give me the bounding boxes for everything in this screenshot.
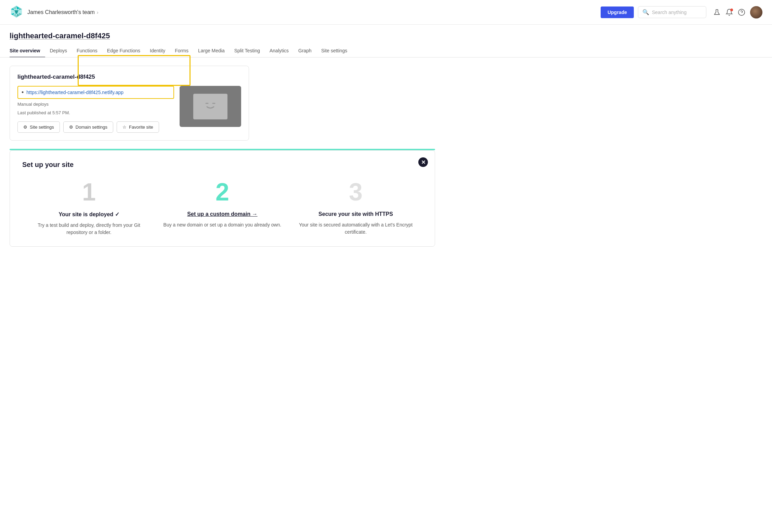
setup-step-1: 1 Your site is deployed ✓ Try a test bui… [22, 180, 156, 236]
netlify-logo[interactable] [10, 5, 23, 20]
setup-step-2: 2 Set up a custom domain → Buy a new dom… [156, 180, 289, 236]
flask-icon-button[interactable] [713, 9, 721, 16]
card-buttons: ⚙ Site settings ⚙ Domain settings ☆ Favo… [17, 121, 174, 133]
tab-split-testing[interactable]: Split Testing [230, 44, 265, 57]
gear-icon-2: ⚙ [69, 125, 73, 130]
tab-large-media[interactable]: Large Media [193, 44, 230, 57]
step-2-desc: Buy a new domain or set up a domain you … [163, 221, 282, 229]
tab-forms[interactable]: Forms [170, 44, 193, 57]
site-card-title: lighthearted-caramel-d8f425 [17, 74, 241, 80]
tab-edge-functions[interactable]: Edge Functions [102, 44, 145, 57]
step-1-title: Your site is deployed ✓ [58, 211, 119, 218]
header: James Charlesworth's team › Upgrade 🔍 Se… [0, 0, 772, 25]
site-title-area: lighthearted-caramel-d8f425 [0, 25, 772, 40]
star-icon: ☆ [122, 125, 127, 130]
tab-functions[interactable]: Functions [72, 44, 102, 57]
gear-icon: ⚙ [23, 125, 27, 130]
site-preview [180, 86, 241, 127]
main-content: lighthearted-caramel-d8f425 • https://li… [0, 57, 445, 255]
step-3-desc: Your site is secured automatically with … [296, 221, 416, 236]
site-settings-button[interactable]: ⚙ Site settings [17, 121, 60, 133]
site-url-row: • https://lighthearted-caramel-d8f425.ne… [17, 86, 174, 99]
setup-close-button[interactable]: ✕ [418, 157, 428, 167]
step-2-number: 2 [215, 180, 229, 204]
favorite-label: Favorite site [129, 125, 153, 130]
nav-tabs: Site overview Deploys Functions Edge Fun… [0, 44, 772, 57]
step-3-title: Secure your site with HTTPS [318, 211, 393, 217]
setup-card: Set up your site ✕ 1 Your site is deploy… [10, 150, 435, 247]
team-chevron-icon: › [97, 10, 99, 15]
step-3-number: 3 [349, 180, 363, 204]
search-icon: 🔍 [642, 9, 649, 15]
smiley-icon [202, 99, 219, 114]
step-1-number: 1 [82, 180, 96, 204]
avatar[interactable] [750, 6, 762, 18]
close-icon: ✕ [421, 159, 426, 166]
team-name[interactable]: James Charlesworth's team › [27, 9, 99, 15]
tab-identity[interactable]: Identity [145, 44, 170, 57]
tab-graph[interactable]: Graph [293, 44, 316, 57]
step-2-title: Set up a custom domain → [187, 211, 257, 217]
custom-domain-link[interactable]: Set up a custom domain → [187, 211, 257, 217]
site-card-info: • https://lighthearted-caramel-d8f425.ne… [17, 86, 174, 133]
setup-section: Set up your site ✕ 1 Your site is deploy… [10, 149, 435, 247]
setup-step-3: 3 Secure your site with HTTPS Your site … [289, 180, 422, 236]
site-url-link[interactable]: https://lighthearted-caramel-d8f425.netl… [26, 90, 123, 95]
notification-dot [730, 9, 733, 11]
upgrade-button[interactable]: Upgrade [601, 7, 634, 18]
yellow-selection-box [78, 55, 191, 86]
domain-settings-label: Domain settings [76, 125, 107, 130]
tab-site-settings[interactable]: Site settings [316, 44, 352, 57]
tab-analytics[interactable]: Analytics [265, 44, 293, 57]
url-bullet: • [22, 89, 24, 95]
preview-inner [193, 94, 227, 119]
search-bar[interactable]: 🔍 Search anything [638, 6, 706, 18]
notifications-button[interactable] [725, 9, 733, 16]
help-button[interactable] [738, 9, 745, 16]
svg-point-10 [738, 9, 745, 15]
site-card-inner: • https://lighthearted-caramel-d8f425.ne… [17, 86, 241, 133]
tab-site-overview[interactable]: Site overview [10, 44, 45, 57]
site-title[interactable]: lighthearted-caramel-d8f425 [10, 31, 762, 40]
last-published: Last published at 5:57 PM. [17, 110, 174, 115]
header-icons [713, 6, 762, 18]
domain-settings-button[interactable]: ⚙ Domain settings [63, 121, 113, 133]
favorite-site-button[interactable]: ☆ Favorite site [117, 121, 159, 133]
tab-deploys[interactable]: Deploys [45, 44, 72, 57]
step-1-desc: Try a test build and deploy, directly fr… [29, 222, 149, 236]
site-card: lighthearted-caramel-d8f425 • https://li… [10, 66, 249, 141]
site-settings-label: Site settings [30, 125, 54, 130]
deploy-type: Manual deploys [17, 102, 174, 107]
search-placeholder: Search anything [652, 10, 686, 15]
setup-steps: 1 Your site is deployed ✓ Try a test bui… [22, 180, 422, 236]
setup-title: Set up your site [22, 161, 422, 169]
